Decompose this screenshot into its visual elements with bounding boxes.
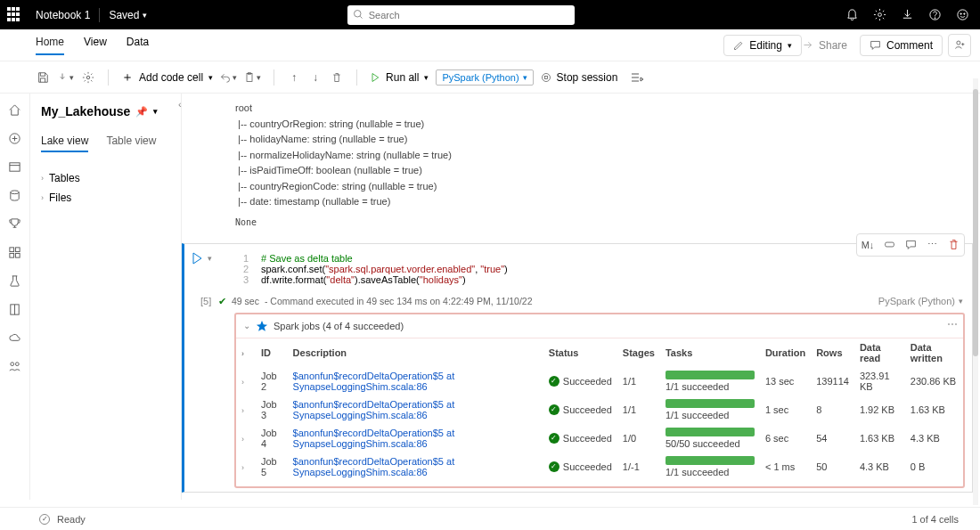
chevron-right-icon[interactable]: › [241, 378, 244, 387]
chevron-right-icon[interactable]: › [241, 435, 244, 444]
rail-browse-icon[interactable] [8, 159, 22, 174]
ellipsis-icon[interactable]: ⋯ [203, 498, 973, 501]
rail-apps-icon[interactable] [8, 245, 22, 259]
spark-jobs-header[interactable]: ⌄ Spark jobs (4 of 4 succeeded) [236, 318, 963, 338]
cell-markdown-icon[interactable]: M↓ [859, 236, 877, 254]
col-duration[interactable]: Duration [760, 338, 811, 367]
scrollbar-thumb[interactable] [973, 89, 978, 356]
stop-session-button[interactable]: Stop session [541, 71, 618, 84]
search-input[interactable] [347, 5, 575, 25]
cell-language-selector[interactable]: PySpark (Python)▾ [878, 296, 972, 306]
chevron-down-icon[interactable]: ▾ [208, 254, 212, 263]
col-id[interactable]: ID [256, 338, 288, 367]
add-code-label: Add code cell [139, 71, 203, 84]
tab-table-view[interactable]: Table view [106, 135, 156, 152]
job-description-link[interactable]: $anonfun$recordDeltaOperation$5 at Synap… [293, 371, 455, 392]
ready-icon: ✓ [39, 514, 50, 525]
ready-label: Ready [57, 514, 86, 525]
run-cell-button[interactable] [190, 251, 204, 265]
col-stages[interactable]: Stages [617, 338, 660, 367]
comment-label: Comment [886, 39, 933, 52]
move-down-button[interactable]: ↓ [308, 70, 323, 85]
toolbar-row: ▾ ＋ Add code cell ▾ ▾ ▾ ↑ ↓ Run all ▾ Py… [0, 61, 980, 94]
svg-point-23 [15, 362, 19, 365]
rail-cloud-icon[interactable] [8, 330, 22, 345]
pin-icon[interactable]: 📌 [135, 106, 148, 118]
tab-view[interactable]: View [84, 36, 107, 55]
ribbon-tabs: Home View Data [36, 36, 149, 55]
chevron-down-icon: ▾ [143, 11, 147, 20]
paste-button[interactable]: ▾ [244, 72, 261, 83]
title-icon-group [845, 8, 969, 21]
editing-mode-button[interactable]: Editing ▾ [723, 35, 802, 56]
person-plus-icon [954, 39, 966, 51]
rail-home-icon[interactable] [8, 102, 22, 117]
chevron-right-icon[interactable]: › [241, 406, 244, 415]
exec-sec: 49 sec [232, 296, 259, 306]
download-icon[interactable] [901, 8, 914, 21]
share-button[interactable]: Share [802, 39, 847, 52]
tab-data[interactable]: Data [127, 36, 149, 55]
chevron-right-icon: › [41, 174, 44, 183]
saved-status[interactable]: Saved ▾ [109, 9, 147, 21]
smile-icon[interactable] [956, 8, 969, 21]
rail-data-icon[interactable] [8, 188, 22, 202]
chevron-right-icon[interactable]: › [241, 349, 244, 358]
job-rows: 8 [811, 395, 854, 424]
run-all-button[interactable]: Run all ▾ [370, 71, 429, 84]
run-gutter: ▾ [190, 251, 212, 265]
help-icon[interactable] [928, 8, 942, 21]
svg-rect-13 [544, 76, 547, 78]
svg-rect-18 [15, 247, 20, 251]
gear-icon[interactable] [873, 8, 886, 21]
job-description-link[interactable]: $anonfun$recordDeltaOperation$5 at Synap… [293, 399, 455, 420]
rail-book-icon[interactable] [8, 302, 22, 316]
panel-more-icon[interactable]: ⋯ [947, 318, 958, 330]
delete-button[interactable] [330, 70, 344, 85]
job-description-link[interactable]: $anonfun$recordDeltaOperation$5 at Synap… [293, 428, 455, 449]
move-up-button[interactable]: ↑ [287, 70, 301, 85]
document-title[interactable]: Notebook 1 [36, 9, 90, 21]
job-rows: 139114 [811, 367, 854, 395]
collaborate-button[interactable] [948, 34, 971, 57]
rail-people-icon[interactable] [8, 359, 22, 373]
cell-comment-icon[interactable] [902, 236, 919, 254]
comment-button[interactable]: Comment [860, 35, 943, 56]
col-description[interactable]: Description [288, 338, 543, 367]
chevron-down-icon: ▾ [788, 41, 792, 50]
tab-home[interactable]: Home [36, 36, 64, 55]
job-duration: 1 sec [760, 395, 811, 424]
job-tasks: 1/1 succeeded [660, 367, 760, 395]
queue-icon-button[interactable] [630, 70, 644, 85]
rail-create-icon[interactable] [8, 131, 22, 145]
cell-delete-icon[interactable] [944, 236, 962, 254]
download-icon-button[interactable]: ▾ [57, 72, 74, 83]
code-line-2: spark.conf.set("spark.sql.parquet.vorder… [261, 264, 508, 274]
chevron-down-icon[interactable]: ▾ [153, 107, 158, 116]
col-rows[interactable]: Rows [811, 338, 854, 367]
cell-toggle-icon[interactable] [880, 236, 898, 254]
chevron-right-icon[interactable]: › [241, 463, 244, 472]
execution-summary-row: [5] ✔ 49 sec - Command executed in 49 se… [218, 296, 972, 307]
rail-trophy-icon[interactable] [8, 216, 22, 231]
save-icon-button[interactable] [36, 70, 50, 85]
tree-item-files[interactable]: ›Files [41, 188, 170, 208]
add-code-cell-button[interactable]: ＋ Add code cell ▾ [121, 69, 213, 86]
job-duration: < 1 ms [760, 453, 811, 481]
col-data-read[interactable]: Data read [854, 338, 905, 367]
waffle-icon[interactable] [7, 7, 23, 23]
col-tasks[interactable]: Tasks [660, 338, 760, 367]
table-row: ›Job 5$anonfun$recordDeltaOperation$5 at… [236, 453, 963, 481]
col-data-written[interactable]: Data written [905, 338, 963, 367]
settings-icon-button[interactable] [81, 70, 95, 85]
rail-flask-icon[interactable] [8, 273, 22, 288]
bell-icon[interactable] [845, 8, 859, 21]
tab-lake-view[interactable]: Lake view [41, 135, 88, 152]
col-status[interactable]: Status [543, 338, 617, 367]
tree-item-tables[interactable]: ›Tables [41, 168, 170, 188]
lakehouse-title-row[interactable]: My_Lakehouse 📌 ▾ [41, 104, 170, 118]
language-select[interactable]: PySpark (Python) ▾ [436, 69, 533, 86]
cell-more-icon[interactable]: ⋯ [923, 236, 941, 254]
undo-button[interactable]: ▾ [220, 72, 237, 83]
job-description-link[interactable]: $anonfun$recordDeltaOperation$5 at Synap… [293, 456, 455, 477]
